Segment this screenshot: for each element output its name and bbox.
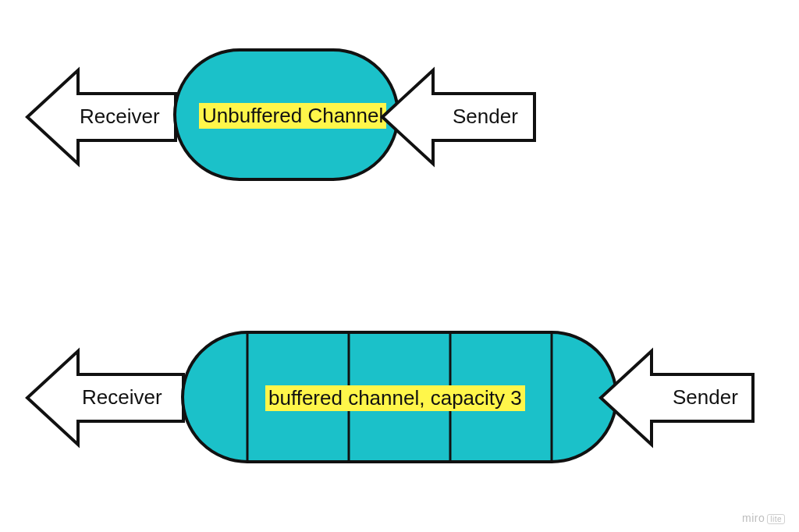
buffered-channel-label: buffered channel, capacity 3 [265, 385, 525, 411]
unbuffered-channel-label: Unbuffered Channel [199, 103, 386, 129]
watermark-tier: lite [767, 514, 785, 524]
unbuffered-receiver-label: Receiver [80, 105, 160, 129]
buffered-sender-label: Sender [673, 385, 738, 410]
buffered-receiver-label: Receiver [82, 385, 162, 410]
unbuffered-sender-label: Sender [453, 105, 518, 129]
watermark: mirolite [742, 512, 785, 524]
diagram-canvas: Receiver Unbuffered Channel Sender Recei… [0, 0, 799, 532]
watermark-brand: miro [742, 512, 765, 524]
